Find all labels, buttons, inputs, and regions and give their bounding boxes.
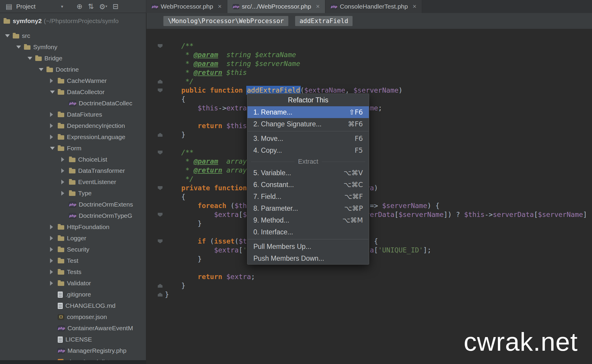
expand-arrow-icon[interactable] bbox=[50, 255, 58, 266]
fold-marker-icon[interactable] bbox=[158, 88, 163, 92]
breadcrumb-class[interactable]: \Monolog\Processor\WebProcessor bbox=[163, 16, 288, 26]
tree-item[interactable]: CacheWarmer bbox=[0, 75, 146, 86]
tree-item[interactable]: phpDoctrineOrmExtens bbox=[0, 199, 146, 210]
expand-arrow-icon[interactable] bbox=[61, 154, 69, 165]
tree-item[interactable]: Doctrine bbox=[0, 64, 146, 75]
fold-marker-icon[interactable] bbox=[158, 151, 163, 154]
tree-item[interactable]: LICENSE bbox=[0, 334, 146, 345]
fold-marker-icon[interactable] bbox=[158, 186, 163, 190]
tree-item[interactable]: Security bbox=[0, 244, 146, 255]
tree-item[interactable]: EventListener bbox=[0, 176, 146, 188]
expand-arrow-icon[interactable] bbox=[61, 199, 69, 210]
collapse-arrow-icon[interactable] bbox=[5, 30, 13, 41]
tab-close-icon[interactable]: × bbox=[413, 3, 416, 10]
refactor-menu-item[interactable]: Pull Members Up... bbox=[247, 241, 369, 252]
fold-marker-icon[interactable] bbox=[158, 133, 163, 137]
tree-item[interactable]: phpManagerRegistry.php bbox=[0, 345, 146, 356]
breadcrumb-member[interactable]: addExtraField bbox=[295, 16, 353, 26]
tree-item[interactable]: DependencyInjection bbox=[0, 120, 146, 131]
tree-item[interactable]: ChoiceList bbox=[0, 154, 146, 165]
expand-arrow-icon[interactable] bbox=[50, 233, 58, 244]
editor-tab[interactable]: phpConsoleHandlerTest.php× bbox=[325, 0, 422, 13]
tree-item[interactable]: DataTransformer bbox=[0, 165, 146, 176]
expand-arrow-icon[interactable] bbox=[61, 98, 69, 109]
tree-item[interactable]: phpDoctrineDataCollec bbox=[0, 98, 146, 109]
expand-arrow-icon[interactable] bbox=[50, 266, 58, 278]
expand-arrow-icon[interactable] bbox=[50, 244, 58, 255]
hide-panel-icon[interactable]: ⊟ bbox=[112, 0, 118, 13]
fold-marker-icon[interactable] bbox=[158, 293, 163, 297]
expand-arrow-icon[interactable] bbox=[61, 210, 69, 221]
tree-item[interactable]: Logger bbox=[0, 233, 146, 244]
expand-arrow-icon[interactable] bbox=[50, 109, 58, 120]
project-root-row[interactable]: symfony2 (~/PhpstormProjects/symfo bbox=[0, 15, 146, 27]
expand-arrow-icon[interactable] bbox=[50, 289, 58, 300]
collapse-arrow-icon[interactable] bbox=[28, 53, 35, 64]
expand-arrow-icon[interactable] bbox=[50, 221, 58, 233]
tree-item[interactable]: phpDoctrineOrmTypeG bbox=[0, 210, 146, 221]
refactor-menu-item[interactable]: 2. Change Signature...⌘F6 bbox=[247, 118, 369, 130]
refactor-menu-item[interactable]: Push Members Down... bbox=[247, 252, 369, 264]
tree-item[interactable]: Test bbox=[0, 255, 146, 266]
filter-icon[interactable]: ⇅ bbox=[88, 0, 94, 13]
code-area[interactable]: /** * @param string $extraName * @param … bbox=[147, 13, 592, 364]
refactor-menu-item[interactable]: 6. Constant...⌥⌘C bbox=[247, 179, 369, 191]
refactor-menu-item[interactable]: 4. Copy...F5 bbox=[247, 144, 369, 156]
fold-marker-icon[interactable] bbox=[158, 44, 163, 48]
collapse-arrow-icon[interactable] bbox=[50, 143, 58, 154]
collapse-arrow-icon[interactable] bbox=[39, 64, 46, 75]
tree-item[interactable]: Symfony bbox=[0, 41, 146, 53]
expand-arrow-icon[interactable] bbox=[50, 345, 58, 356]
tree-item[interactable]: phpContainerAwareEventM bbox=[0, 323, 146, 334]
settings-gear-icon[interactable]: ⚙▾ bbox=[99, 0, 107, 13]
tree-item[interactable]: .gitignore bbox=[0, 289, 146, 300]
collapse-arrow-icon[interactable] bbox=[16, 41, 24, 53]
expand-arrow-icon[interactable] bbox=[61, 165, 69, 176]
editor-tab[interactable]: phpsrc/.../WebProcessor.php× bbox=[227, 0, 325, 13]
text-file-icon bbox=[58, 336, 63, 343]
collapse-arrow-icon[interactable] bbox=[50, 86, 58, 98]
expand-arrow-icon[interactable] bbox=[61, 188, 69, 199]
expand-arrow-icon[interactable] bbox=[50, 75, 58, 86]
expand-arrow-icon[interactable] bbox=[50, 278, 58, 289]
tree-item[interactable]: Validator bbox=[0, 278, 146, 289]
tree-item[interactable]: Tests bbox=[0, 266, 146, 278]
fold-marker-icon[interactable] bbox=[158, 239, 163, 243]
expand-arrow-icon[interactable] bbox=[50, 300, 58, 311]
refactor-menu-item[interactable]: 9. Method...⌥⌘M bbox=[247, 214, 369, 226]
refactor-menu-item[interactable]: 1. Rename...⇧F6 bbox=[247, 106, 369, 118]
expand-arrow-icon[interactable] bbox=[50, 131, 58, 143]
editor-pane[interactable]: /** * @param string $extraName * @param … bbox=[147, 13, 592, 364]
refactor-menu-item[interactable]: 7. Field...⌥⌘F bbox=[247, 191, 369, 202]
refactor-menu-item[interactable]: 5. Variable...⌥⌘V bbox=[247, 167, 369, 179]
tree-item[interactable]: Type bbox=[0, 188, 146, 199]
expand-arrow-icon[interactable] bbox=[61, 176, 69, 188]
tree-item[interactable]: Form bbox=[0, 143, 146, 154]
project-selector[interactable]: Project ▾ bbox=[16, 3, 63, 10]
tree-item[interactable]: DataFixtures bbox=[0, 109, 146, 120]
expand-arrow-icon[interactable] bbox=[50, 323, 58, 334]
expand-arrow-icon[interactable] bbox=[50, 120, 58, 131]
tree-item[interactable]: Bridge bbox=[0, 53, 146, 64]
expand-arrow-icon[interactable] bbox=[50, 311, 58, 323]
fold-marker-icon[interactable] bbox=[158, 213, 163, 217]
tab-close-icon[interactable]: × bbox=[218, 3, 222, 10]
tree-item[interactable]: HttpFoundation bbox=[0, 221, 146, 233]
tree-item[interactable]: {}composer.json bbox=[0, 311, 146, 323]
tree-item[interactable]: ExpressionLanguage bbox=[0, 131, 146, 143]
tree-horizontal-scrollbar[interactable] bbox=[0, 360, 146, 364]
tree-item[interactable]: CHANGELOG.md bbox=[0, 300, 146, 311]
expand-arrow-icon[interactable] bbox=[50, 334, 58, 345]
tree-item[interactable]: DataCollector bbox=[0, 86, 146, 98]
toolbar-icons: ⊕⇅⚙▾⊟ bbox=[74, 0, 121, 13]
editor-tab[interactable]: phpWebProcessor.php× bbox=[146, 0, 227, 13]
tab-close-icon[interactable]: × bbox=[316, 3, 320, 10]
locate-file-icon[interactable]: ⊕ bbox=[77, 0, 83, 13]
refactor-menu-item[interactable]: 8. Parameter...⌥⌘P bbox=[247, 202, 369, 214]
tree-item[interactable]: src bbox=[0, 30, 146, 41]
fold-marker-icon[interactable] bbox=[158, 80, 163, 83]
fold-marker-icon[interactable] bbox=[158, 284, 163, 288]
refactor-menu-item[interactable]: 3. Move...F6 bbox=[247, 133, 369, 144]
refactor-menu-item[interactable]: 0. Interface... bbox=[247, 226, 369, 238]
menu-item-label: Push Members Down... bbox=[253, 255, 356, 262]
